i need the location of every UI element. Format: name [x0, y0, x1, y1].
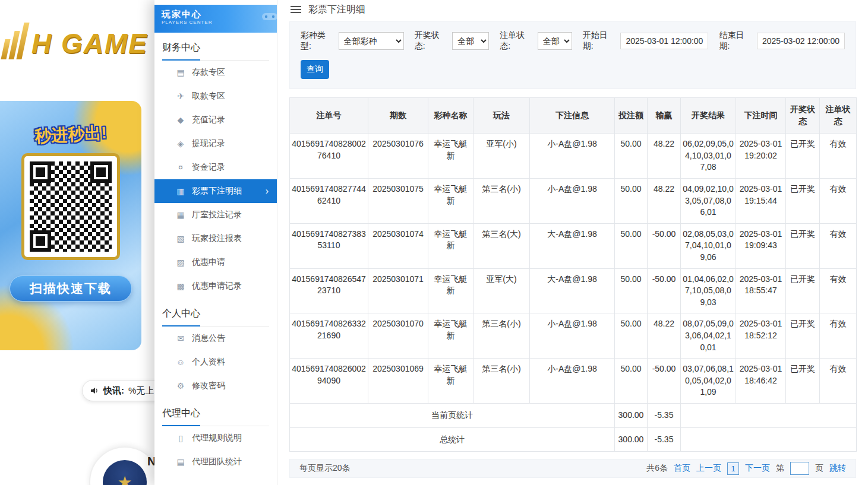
sidebar-item-agent-rules[interactable]: ▯代理规则说明	[154, 426, 277, 450]
jump-link[interactable]: 跳转	[829, 463, 846, 474]
sidebar-item-label: 提现记录	[192, 138, 225, 149]
sidebar-item-messages[interactable]: ✉消息公告	[154, 326, 277, 350]
qr-finder-icon	[30, 230, 51, 252]
speaker-icon	[90, 386, 99, 395]
sidebar-item-change-password[interactable]: ⚙修改密码	[154, 374, 277, 398]
sidebar-item-hall-bet-records[interactable]: ▦厅室投注记录	[154, 203, 277, 227]
promo-badge: 秒进秒出!	[0, 120, 141, 150]
cell-period: 20250301071	[368, 268, 428, 313]
scan-download-button[interactable]: 扫描快速下载	[10, 275, 132, 302]
draw-status-select[interactable]: 全部	[452, 32, 489, 50]
next-page-link[interactable]: 下一页	[745, 463, 770, 474]
cell-amount: 50.00	[615, 223, 648, 268]
table-header-row: 注单号期数彩种名称玩法下注信息投注额输赢开奖结果下注时间开奖状态注单状态	[290, 98, 857, 134]
cell-bet_time: 2025-03-01 18:55:47	[736, 268, 786, 313]
funds-records-icon: ¤	[176, 163, 185, 172]
cell-bet_status: 有效	[820, 313, 857, 359]
cell-bet_time: 2025-03-01 18:46:42	[736, 359, 786, 404]
sidebar-item-promo-apply-records[interactable]: ▩优惠申请记录	[154, 274, 277, 298]
sidebar-item-label: 优惠申请记录	[192, 281, 242, 291]
qr-card	[21, 153, 120, 260]
order-status-select[interactable]: 全部	[538, 32, 572, 50]
lottery-type-label: 彩种类型:	[301, 30, 334, 52]
cell-period: 20250301076	[368, 134, 428, 179]
cell-draw_status: 已开奖	[786, 223, 820, 268]
first-page-link[interactable]: 首页	[674, 463, 690, 474]
cell-amount: 50.00	[615, 359, 648, 404]
column-header: 投注额	[615, 98, 648, 134]
cell-bet_info: 大-A盘@1.98	[530, 223, 615, 268]
cell-bet_id: 401569174082800276410	[290, 134, 368, 179]
sidebar: 玩家中心 PLAYERS CENTER 财务中心▤存款专区✈取款专区◆充值记录◈…	[154, 0, 277, 485]
sidebar-item-profile[interactable]: ☺个人资料	[154, 350, 277, 374]
avatar-emblem-icon: ★	[103, 460, 147, 485]
summary-winloss: -5.35	[648, 427, 681, 452]
column-header: 注单号	[290, 98, 368, 134]
cell-win_loss: 48.22	[648, 313, 681, 359]
content-header: 彩票下注明细	[277, 0, 868, 19]
logo-text: H GAME	[31, 27, 148, 59]
ticker-text: %无上	[128, 385, 154, 397]
cell-bet_info: 小-A盘@1.98	[530, 359, 615, 404]
bets-table-wrap: 注单号期数彩种名称玩法下注信息投注额输赢开奖结果下注时间开奖状态注单状态 401…	[289, 97, 856, 452]
column-header: 下注时间	[736, 98, 786, 134]
site-logo: H GAME	[5, 23, 148, 59]
withdraw-icon: ✈	[176, 91, 185, 101]
draw-status-label: 开奖状态:	[415, 30, 448, 52]
cell-play: 亚军(小)	[474, 134, 530, 179]
cell-bet_status: 有效	[820, 134, 857, 179]
column-header: 开奖状态	[786, 98, 820, 134]
sidebar-item-label: 彩票下注明细	[192, 186, 242, 196]
sidebar-item-promo-apply[interactable]: ▨优惠申请	[154, 251, 277, 274]
sidebar-item-recharge-records[interactable]: ◆充值记录	[154, 108, 277, 132]
total-count: 共6条	[646, 463, 668, 474]
end-date-input[interactable]	[757, 33, 845, 49]
cell-bet_id: 401569174082600294090	[290, 359, 368, 404]
ticker-label: 快讯:	[103, 385, 124, 397]
current-page[interactable]: 1	[727, 462, 739, 475]
start-date-input[interactable]	[620, 33, 708, 49]
cell-amount: 50.00	[615, 179, 648, 224]
sidebar-item-agent-team-stats[interactable]: ▤代理团队统计	[154, 450, 277, 474]
agent-team-stats-icon: ▤	[176, 457, 185, 467]
section-title: 个人中心	[162, 308, 269, 326]
page-prefix: 第	[776, 463, 784, 474]
cell-bet_status: 有效	[820, 359, 857, 404]
sidebar-item-label: 优惠申请	[192, 257, 225, 268]
cell-bet_time: 2025-03-01 19:15:44	[736, 179, 786, 224]
sidebar-item-funds-records[interactable]: ¤资金记录	[154, 156, 277, 179]
sidebar-item-withdraw-zone[interactable]: ✈取款专区	[154, 84, 277, 108]
cell-draw_status: 已开奖	[786, 179, 820, 224]
sidebar-item-label: 厅室投注记录	[192, 210, 242, 220]
jump-page-input[interactable]	[790, 462, 809, 475]
order-status-label: 注单状态:	[500, 30, 533, 52]
table-row: 40156917408280027641020250301076幸运飞艇新亚军(…	[290, 134, 857, 179]
table-body: 40156917408280027641020250301076幸运飞艇新亚军(…	[290, 134, 857, 452]
summary-amount: 300.00	[615, 427, 648, 452]
qr-finder-icon	[30, 161, 51, 183]
prev-page-link[interactable]: 上一页	[696, 463, 721, 474]
sidebar-item-withdrawal-records[interactable]: ◈提现记录	[154, 132, 277, 156]
summary-row: 当前页统计300.00-5.35	[290, 403, 857, 427]
cell-bet_status: 有效	[820, 223, 857, 268]
sidebar-item-label: 代理团队统计	[192, 457, 242, 467]
sidebar-item-lottery-bet-details[interactable]: ▥彩票下注明细›	[154, 179, 277, 203]
sidebar-title: 玩家中心	[162, 9, 277, 20]
table-row: 40156917408277446241020250301075幸运飞艇新第三名…	[290, 179, 857, 224]
pagination-controls: 共6条 首页 上一页 1 下一页 第 页 跳转	[646, 462, 846, 475]
summary-label: 当前页统计	[290, 403, 615, 427]
promo-apply-icon: ▨	[176, 258, 185, 267]
cell-result: 04,09,02,10,03,05,07,08,06,01	[681, 179, 736, 224]
cell-bet_id: 401569174082633221690	[290, 313, 368, 359]
cell-play: 第三名(小)	[474, 313, 530, 359]
sidebar-item-deposit-zone[interactable]: ▤存款专区	[154, 61, 277, 84]
qr-finder-icon	[90, 161, 112, 183]
cell-amount: 50.00	[615, 313, 648, 359]
query-button[interactable]: 查询	[301, 60, 329, 79]
menu-toggle-icon[interactable]	[291, 4, 301, 15]
lottery-type-select[interactable]: 全部彩种	[339, 32, 404, 50]
lottery-bet-details-icon: ▥	[176, 186, 185, 196]
cell-play: 第三名(小)	[474, 179, 530, 224]
sidebar-item-player-bet-report[interactable]: ▧玩家投注报表	[154, 227, 277, 251]
cell-win_loss: -50.00	[648, 223, 681, 268]
